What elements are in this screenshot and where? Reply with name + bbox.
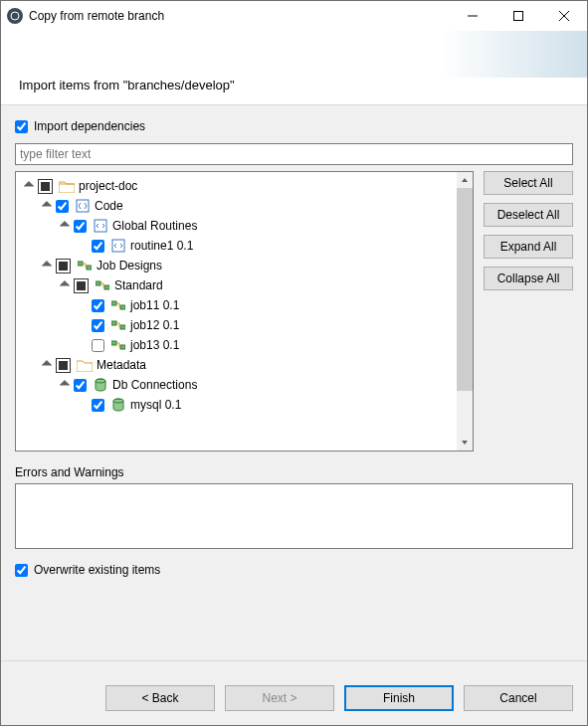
- db-grp-icon: [93, 377, 108, 393]
- collapse-all-button[interactable]: Collapse All: [484, 267, 573, 290]
- select-all-button[interactable]: Select All: [484, 171, 573, 195]
- tree-item[interactable]: Standard: [20, 275, 457, 295]
- svg-rect-15: [120, 325, 125, 329]
- tree-item-label: job13 0.1: [130, 338, 179, 352]
- tree-item[interactable]: job13 0.1: [20, 335, 457, 355]
- tree-item-label: project-doc: [79, 179, 137, 193]
- svg-point-0: [11, 12, 19, 20]
- tree-item-label: job11 0.1: [130, 298, 179, 312]
- tree-item[interactable]: project-doc: [20, 176, 457, 196]
- scroll-up-icon[interactable]: [457, 172, 473, 188]
- scroll-down-icon[interactable]: [457, 435, 473, 451]
- cancel-button[interactable]: Cancel: [464, 685, 573, 711]
- tree-item[interactable]: mysql 0.1: [20, 395, 457, 415]
- overwrite-label: Overwrite existing items: [34, 563, 160, 577]
- close-button[interactable]: [541, 1, 587, 31]
- scrollbar[interactable]: [457, 172, 473, 451]
- header-subtitle: Import items from "branches/develop": [1, 78, 587, 104]
- tree-item[interactable]: job12 0.1: [20, 315, 457, 335]
- scroll-thumb[interactable]: [457, 188, 473, 391]
- footer: < Back Next > Finish Cancel: [1, 671, 587, 725]
- code-grp-icon: [75, 198, 91, 214]
- job-grp-icon: [95, 277, 110, 293]
- svg-rect-13: [120, 305, 125, 309]
- collapse-icon[interactable]: [58, 378, 72, 392]
- window-title: Copy from remote branch: [29, 9, 164, 23]
- tree-item[interactable]: Global Routines: [20, 216, 457, 236]
- svg-rect-8: [78, 262, 83, 266]
- titlebar: Copy from remote branch: [1, 1, 587, 31]
- code-icon: [93, 218, 108, 234]
- svg-rect-12: [111, 301, 116, 305]
- meta-icon: [77, 357, 93, 373]
- collapse-icon[interactable]: [40, 259, 54, 272]
- maximize-button[interactable]: [495, 1, 541, 31]
- svg-rect-2: [514, 12, 523, 21]
- tree-item[interactable]: Job Designs: [20, 256, 457, 275]
- tree-checkbox[interactable]: [56, 259, 71, 273]
- job-icon: [110, 297, 126, 313]
- collapse-icon[interactable]: [40, 199, 54, 213]
- job-icon: [110, 337, 126, 353]
- dialog-body: Import dependencies project-docCodeGloba…: [1, 104, 587, 671]
- tree-item-label: Db Connections: [112, 378, 197, 392]
- back-button[interactable]: < Back: [105, 685, 215, 711]
- tree-checkbox[interactable]: [92, 240, 104, 253]
- svg-rect-14: [111, 321, 116, 325]
- tree-checkbox[interactable]: [92, 339, 104, 352]
- overwrite-row[interactable]: Overwrite existing items: [15, 563, 573, 577]
- errors-box: [15, 483, 573, 549]
- minimize-button[interactable]: [450, 1, 495, 31]
- tree-item-label: Global Routines: [112, 219, 197, 233]
- next-button[interactable]: Next >: [225, 685, 334, 711]
- job-grp-icon: [77, 258, 93, 273]
- tree-item[interactable]: Db Connections: [20, 375, 457, 395]
- import-dependencies-row[interactable]: Import dependencies: [15, 119, 573, 133]
- tree-checkbox[interactable]: [92, 319, 104, 332]
- code-icon: [110, 238, 126, 254]
- tree-item[interactable]: job11 0.1: [20, 295, 457, 315]
- tree-item-label: routine1 0.1: [130, 239, 193, 253]
- errors-label: Errors and Warnings: [15, 465, 573, 479]
- tree-checkbox[interactable]: [74, 278, 89, 293]
- svg-rect-17: [120, 345, 125, 349]
- tree[interactable]: project-docCodeGlobal Routinesroutine1 0…: [16, 172, 457, 451]
- tree-item-label: Code: [95, 199, 123, 213]
- collapse-icon[interactable]: [58, 219, 72, 233]
- tree-panel: project-docCodeGlobal Routinesroutine1 0…: [15, 171, 474, 452]
- import-dependencies-label: Import dependencies: [34, 119, 145, 133]
- tree-item-label: Job Designs: [97, 259, 162, 272]
- tree-checkbox[interactable]: [56, 358, 71, 373]
- finish-button[interactable]: Finish: [344, 685, 454, 711]
- tree-item[interactable]: Metadata: [20, 355, 457, 375]
- collapse-icon[interactable]: [22, 179, 36, 193]
- job-icon: [110, 317, 126, 333]
- import-dependencies-checkbox[interactable]: [15, 120, 28, 133]
- svg-rect-11: [104, 285, 109, 289]
- tree-checkbox[interactable]: [92, 299, 104, 312]
- separator: [1, 660, 587, 661]
- overwrite-checkbox[interactable]: [15, 564, 28, 577]
- tree-item[interactable]: routine1 0.1: [20, 236, 457, 256]
- tree-item-label: Standard: [114, 278, 163, 292]
- tree-checkbox[interactable]: [92, 399, 104, 412]
- app-icon: [7, 8, 23, 24]
- tree-checkbox[interactable]: [38, 179, 53, 194]
- tree-item-label: Metadata: [97, 358, 146, 372]
- expand-all-button[interactable]: Expand All: [484, 235, 573, 259]
- collapse-icon[interactable]: [58, 278, 72, 292]
- filter-input[interactable]: [15, 143, 573, 165]
- collapse-icon[interactable]: [40, 358, 54, 372]
- deselect-all-button[interactable]: Deselect All: [484, 203, 573, 227]
- svg-rect-16: [111, 341, 116, 345]
- tree-checkbox[interactable]: [74, 379, 87, 392]
- svg-rect-10: [96, 281, 100, 285]
- side-buttons: Select All Deselect All Expand All Colla…: [484, 171, 573, 452]
- tree-item-label: job12 0.1: [130, 318, 179, 332]
- tree-checkbox[interactable]: [56, 200, 69, 213]
- banner: [1, 31, 587, 78]
- tree-item[interactable]: Code: [20, 196, 457, 216]
- tree-checkbox[interactable]: [74, 220, 87, 233]
- dialog-window: Copy from remote branch Import items fro…: [0, 0, 588, 726]
- db-icon: [110, 397, 126, 413]
